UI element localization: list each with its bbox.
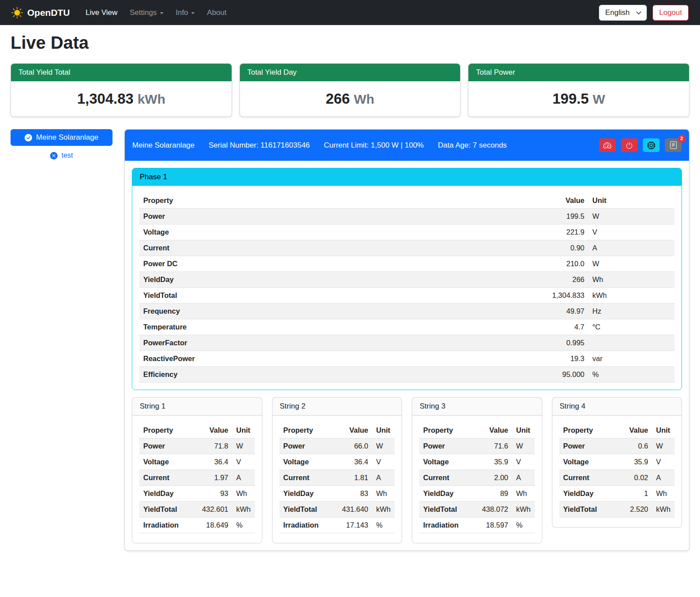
logout-button[interactable]: Logout xyxy=(653,5,689,21)
unit-cell: °C xyxy=(588,319,675,335)
string-card-title: String 2 xyxy=(272,398,402,416)
string-card-title: String 1 xyxy=(132,398,262,416)
inverter-select-meine-solaranlage[interactable]: Meine Solaranlage xyxy=(11,129,112,146)
unit-cell: W xyxy=(588,209,675,224)
unit-cell: W xyxy=(372,438,395,454)
table-row: Power71.8W xyxy=(139,438,255,454)
unit-cell xyxy=(588,335,675,351)
value-cell: 36.4 xyxy=(334,454,372,470)
phase-card: Phase 1 Property Value Unit Power199.5WV… xyxy=(132,168,682,390)
string-table: PropertyValueUnitPower71.6WVoltage35.9VC… xyxy=(419,423,535,533)
unit-cell: kWh xyxy=(372,502,395,517)
unit-cell: kWh xyxy=(512,502,535,517)
column-header-unit: Unit xyxy=(588,193,675,209)
value-cell: 93 xyxy=(195,486,232,502)
brand-link[interactable]: OpenDTU xyxy=(11,7,70,18)
table-row: YieldTotal432.601kWh xyxy=(139,502,255,517)
value-cell: 4.7 xyxy=(526,319,588,335)
nav-item-settings[interactable]: Settings xyxy=(123,5,169,21)
property-cell: Voltage xyxy=(279,454,335,470)
table-row: Efficiency95.000% xyxy=(139,367,675,383)
value-cell: 95.000 xyxy=(526,367,588,383)
column-header-property: Property xyxy=(139,193,526,209)
string-card-string-3: String 3PropertyValueUnitPower71.6WVolta… xyxy=(412,397,542,543)
table-row: YieldDay83Wh xyxy=(279,486,395,502)
property-cell: Current xyxy=(139,240,526,256)
table-row: Current1.97A xyxy=(139,470,255,486)
summary-card-value: 266Wh xyxy=(240,81,461,116)
table-row: YieldTotal431.640kWh xyxy=(279,502,395,517)
summary-card-value: 1,304.83kWh xyxy=(11,81,232,116)
nav-item-info[interactable]: Info xyxy=(170,5,201,21)
summary-card-title: Total Yield Day xyxy=(240,64,461,81)
property-cell: Voltage xyxy=(559,454,615,470)
property-cell: Efficiency xyxy=(139,367,526,383)
language-select[interactable]: English xyxy=(599,5,647,21)
table-header-row: PropertyValueUnit xyxy=(559,423,675,438)
table-row: Irradiation18.649% xyxy=(139,517,255,533)
inverter-label: Meine Solaranlage xyxy=(36,133,98,142)
unit-cell: kWh xyxy=(588,288,675,304)
unit-cell: Hz xyxy=(588,304,675,319)
property-cell: Irradiation xyxy=(419,517,475,533)
chevron-down-icon xyxy=(636,10,642,15)
inverter-panel-body: Phase 1 Property Value Unit Power199.5WV… xyxy=(125,161,689,550)
property-cell: Frequency xyxy=(139,304,526,319)
property-cell: Power DC xyxy=(139,256,526,272)
property-cell: Current xyxy=(419,470,475,486)
string-table: PropertyValueUnitPower66.0WVoltage36.4VC… xyxy=(279,423,395,533)
column-header-value: Value xyxy=(526,193,588,209)
value-cell: 19.3 xyxy=(526,351,588,367)
unit-cell: % xyxy=(372,517,395,533)
phase-card-body: Property Value Unit Power199.5WVoltage22… xyxy=(132,186,682,390)
property-cell: ReactivePower xyxy=(139,351,526,367)
unit-cell: Wh xyxy=(372,486,395,502)
sun-icon xyxy=(11,7,23,18)
nav-item-live-view[interactable]: Live View xyxy=(80,5,123,21)
event-log-button[interactable]: 2 xyxy=(665,138,682,152)
table-row: YieldDay1Wh xyxy=(559,486,675,502)
string-table: PropertyValueUnitPower71.8WVoltage36.4VC… xyxy=(139,423,255,533)
value-cell: 0.90 xyxy=(526,240,588,256)
string-card-string-1: String 1PropertyValueUnitPower71.8WVolta… xyxy=(132,397,262,543)
value-cell: 0.995 xyxy=(526,335,588,351)
string-card-body: PropertyValueUnitPower71.6WVoltage35.9VC… xyxy=(412,416,542,543)
notification-badge: 2 xyxy=(678,134,685,143)
value-cell: 18.649 xyxy=(195,517,232,533)
inverter-select-test[interactable]: test xyxy=(50,152,73,159)
speedometer-icon xyxy=(603,141,611,149)
table-row: Frequency49.97Hz xyxy=(139,304,675,319)
value-cell: 1.97 xyxy=(195,470,232,486)
table-row: Irradiation18.597% xyxy=(419,517,535,533)
inverter-panel-header: Meine Solaranlage Serial Number: 1161716… xyxy=(125,130,689,161)
nav-item-about[interactable]: About xyxy=(201,5,232,21)
summary-value: 1,304.83 xyxy=(77,90,133,107)
table-row: Power66.0W xyxy=(279,438,395,454)
unit-cell: V xyxy=(652,454,675,470)
value-cell: 71.6 xyxy=(475,438,512,454)
value-cell: 0.6 xyxy=(614,438,652,454)
property-cell: YieldDay xyxy=(419,486,475,502)
value-cell: 1,304.833 xyxy=(526,288,588,304)
table-row: YieldDay93Wh xyxy=(139,486,255,502)
column-header-property: Property xyxy=(419,423,475,438)
property-cell: Power xyxy=(139,438,195,454)
check-circle-icon xyxy=(25,134,32,141)
value-cell: 49.97 xyxy=(526,304,588,319)
value-cell: 0.02 xyxy=(614,470,652,486)
unit-cell: W xyxy=(652,438,675,454)
value-cell: 1.81 xyxy=(334,470,372,486)
unit-cell: A xyxy=(588,240,675,256)
value-cell: 2.00 xyxy=(475,470,512,486)
property-cell: YieldDay xyxy=(559,486,615,502)
limit-settings-button[interactable] xyxy=(599,138,616,152)
table-row: Voltage36.4V xyxy=(139,454,255,470)
power-button[interactable] xyxy=(621,138,638,152)
column-header-value: Value xyxy=(334,423,372,438)
device-info-button[interactable] xyxy=(643,138,660,152)
unit-cell: % xyxy=(512,517,535,533)
property-cell: YieldTotal xyxy=(419,502,475,517)
table-header-row: PropertyValueUnit xyxy=(279,423,395,438)
value-cell: 18.597 xyxy=(475,517,512,533)
table-header-row: PropertyValueUnit xyxy=(419,423,535,438)
